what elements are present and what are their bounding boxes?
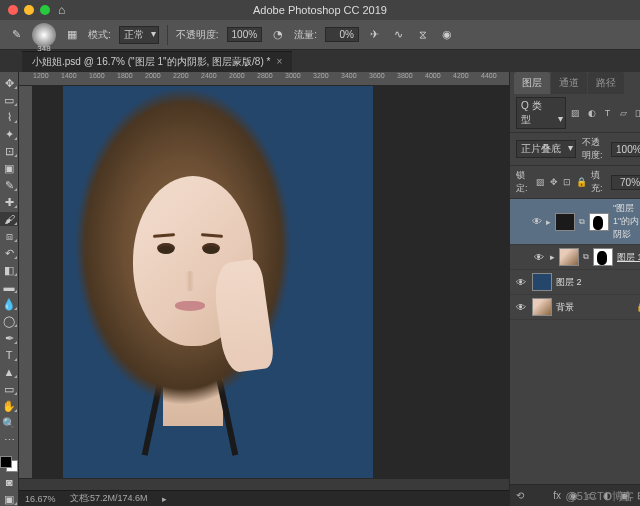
quick-mask-toggle[interactable]: ◙	[0, 475, 18, 489]
panels: 图层 通道 路径 Q 类型 ▨ ◐ T ▱ ◫ 正片叠底 不透明度: 100% …	[509, 72, 640, 506]
gradient-tool[interactable]: ▬	[0, 280, 18, 294]
visibility-toggle[interactable]: 👁	[532, 216, 542, 227]
visibility-toggle[interactable]: 👁	[514, 277, 528, 288]
tab-layers[interactable]: 图层	[514, 72, 550, 94]
filter-type-icon[interactable]: T	[602, 107, 614, 119]
lock-pixels-icon[interactable]: ▨	[536, 176, 545, 188]
opacity-input[interactable]: 100%	[227, 27, 263, 42]
filter-shape-icon[interactable]: ▱	[617, 107, 629, 119]
layer-filter-row: Q 类型 ▨ ◐ T ▱ ◫	[510, 94, 640, 133]
zoom-tool[interactable]: 🔍	[0, 416, 18, 430]
close-tab-icon[interactable]: ×	[276, 56, 282, 67]
symmetry-icon[interactable]: ⧖	[415, 27, 431, 43]
ruler-vertical[interactable]	[19, 86, 33, 478]
filter-smart-icon[interactable]: ◫	[633, 107, 640, 119]
home-icon[interactable]: ⌂	[58, 3, 65, 17]
watermark: @51CTO博客	[566, 489, 634, 504]
layer-blend-select[interactable]: 正片叠底	[516, 140, 576, 158]
lock-artboard-icon[interactable]: ⊡	[563, 176, 572, 188]
ruler-tick: 1800	[117, 72, 145, 85]
brush-preset[interactable]: 348	[32, 23, 56, 47]
tab-channels[interactable]: 通道	[551, 72, 587, 94]
layer-thumbnail[interactable]	[532, 273, 552, 291]
titlebar: ⌂ Adobe Photoshop CC 2019	[0, 0, 640, 20]
marquee-tool[interactable]: ▭	[0, 93, 18, 107]
link-layers-icon[interactable]: ⟲	[516, 490, 524, 501]
color-swatches[interactable]	[0, 456, 18, 472]
edit-toolbar[interactable]: ⋯	[0, 433, 18, 447]
lock-row: 锁定: ▨ ✥ ⊡ 🔒 填充: 70%	[510, 166, 640, 199]
layer-opacity-input[interactable]: 100%	[611, 142, 640, 157]
opacity-label: 不透明度:	[176, 28, 219, 42]
hand-tool[interactable]: ✋	[0, 399, 18, 413]
layer-name[interactable]: 图层 1	[617, 251, 640, 264]
pressure-opacity-icon[interactable]: ◔	[270, 27, 286, 43]
shape-tool[interactable]: ▭	[0, 382, 18, 396]
maximize-icon[interactable]	[40, 5, 50, 15]
smoothing-icon[interactable]: ∿	[391, 27, 407, 43]
link-icon[interactable]: ⧉	[583, 252, 589, 262]
move-tool[interactable]: ✥	[0, 76, 18, 90]
blend-mode-select[interactable]: 正常	[119, 26, 159, 44]
visibility-toggle[interactable]: 👁	[514, 302, 528, 313]
brush-panel-icon[interactable]: ▦	[64, 27, 80, 43]
document-tab[interactable]: 小姐姐.psd @ 16.7% ("图层 1"的内阴影, 图层蒙版/8) * ×	[22, 51, 292, 72]
eraser-tool[interactable]: ◧	[0, 263, 18, 277]
ruler-tick: 1200	[33, 72, 61, 85]
layer-row[interactable]: 👁背景🔒	[510, 295, 640, 320]
foreground-color[interactable]	[0, 456, 12, 468]
ruler-horizontal[interactable]: 1200140016001800200022002400260028003000…	[19, 72, 509, 86]
zoom-level[interactable]: 16.67%	[25, 494, 56, 504]
layer-thumbnail[interactable]	[555, 213, 575, 231]
scrollbar-horizontal[interactable]	[19, 478, 509, 490]
airbrush-icon[interactable]: ✈	[367, 27, 383, 43]
close-icon[interactable]	[8, 5, 18, 15]
canvas[interactable]	[33, 86, 509, 478]
link-icon[interactable]: ⧉	[579, 217, 585, 227]
filter-type-select[interactable]: Q 类型	[516, 97, 566, 129]
layer-thumbnail[interactable]	[559, 248, 579, 266]
type-tool[interactable]: T	[0, 348, 18, 362]
status-chevron-icon[interactable]: ▸	[162, 494, 167, 504]
layer-row[interactable]: 👁▸⧉"图层 1"的内阴影	[510, 199, 640, 245]
flow-input[interactable]: 0%	[325, 27, 359, 42]
lock-position-icon[interactable]: ✥	[549, 176, 558, 188]
crop-tool[interactable]: ⊡	[0, 144, 18, 158]
blur-tool[interactable]: 💧	[0, 297, 18, 311]
path-select-tool[interactable]: ▲	[0, 365, 18, 379]
pressure-size-icon[interactable]: ◉	[439, 27, 455, 43]
visibility-toggle[interactable]: 👁	[532, 252, 546, 263]
layer-thumbnail[interactable]	[593, 248, 613, 266]
layer-thumbnail[interactable]	[589, 213, 609, 231]
doc-size: 文档:57.2M/174.6M	[70, 492, 148, 505]
fx-icon[interactable]: fx	[553, 490, 561, 501]
ruler-tick: 2800	[257, 72, 285, 85]
ruler-tick: 1400	[61, 72, 89, 85]
history-brush-tool[interactable]: ↶	[0, 246, 18, 260]
layer-opacity-label: 不透明度:	[582, 136, 605, 162]
screen-mode-toggle[interactable]: ▣	[0, 492, 18, 506]
layer-name[interactable]: 背景	[556, 301, 574, 314]
tab-paths[interactable]: 路径	[588, 72, 624, 94]
healing-tool[interactable]: ✚	[0, 195, 18, 209]
filter-pixel-icon[interactable]: ▨	[570, 107, 582, 119]
minimize-icon[interactable]	[24, 5, 34, 15]
dodge-tool[interactable]: ◯	[0, 314, 18, 328]
layer-name[interactable]: 图层 2	[556, 276, 582, 289]
fill-input[interactable]: 70%	[611, 175, 640, 190]
pen-tool[interactable]: ✒	[0, 331, 18, 345]
panel-tabs: 图层 通道 路径	[510, 72, 640, 94]
layer-row[interactable]: 👁图层 2	[510, 270, 640, 295]
frame-tool[interactable]: ▣	[0, 161, 18, 175]
quick-select-tool[interactable]: ✦	[0, 127, 18, 141]
filter-adjust-icon[interactable]: ◐	[586, 107, 598, 119]
lasso-tool[interactable]: ⌇	[0, 110, 18, 124]
brush-tool-icon[interactable]: ✎	[8, 27, 24, 43]
lock-all-icon[interactable]: 🔒	[576, 176, 587, 188]
layer-name[interactable]: "图层 1"的内阴影	[613, 202, 640, 241]
stamp-tool[interactable]: ⧇	[0, 229, 18, 243]
layer-row[interactable]: 👁▸⧉图层 1	[510, 245, 640, 270]
eyedropper-tool[interactable]: ✎	[0, 178, 18, 192]
layer-thumbnail[interactable]	[532, 298, 552, 316]
brush-tool[interactable]: 🖌	[0, 212, 18, 226]
